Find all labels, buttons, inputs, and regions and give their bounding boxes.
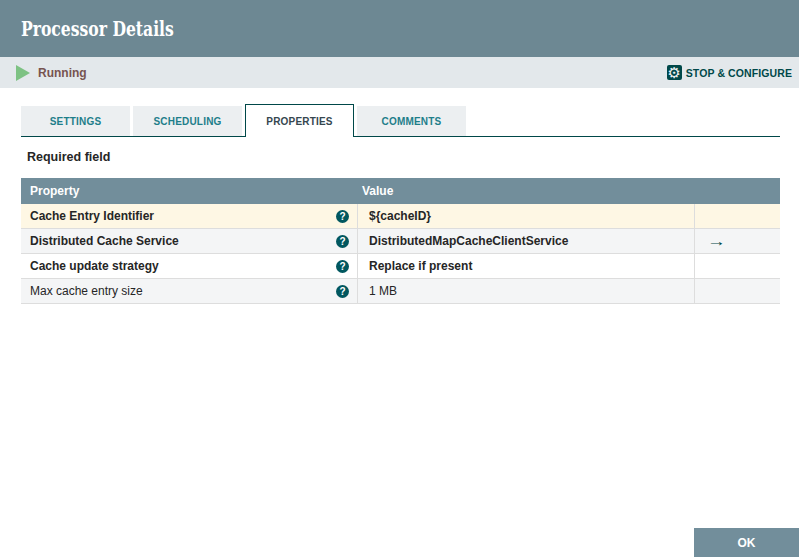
help-icon: ?	[336, 210, 349, 223]
property-name-cell: Distributed Cache Service ?	[21, 229, 358, 253]
tab-scheduling[interactable]: SCHEDULING	[133, 106, 242, 136]
property-value: DistributedMapCacheClientService	[369, 234, 568, 248]
table-header-row: Property Value	[21, 178, 780, 204]
dialog-content: SETTINGS SCHEDULING PROPERTIES COMMENTS …	[0, 88, 799, 304]
stop-configure-gear-icon: ⚙	[667, 65, 682, 80]
property-name: Cache update strategy	[30, 259, 159, 273]
table-row: Cache update strategy ? Replace if prese…	[21, 254, 780, 279]
property-name-cell: Cache Entry Identifier ?	[21, 204, 358, 228]
running-icon	[16, 65, 30, 81]
tab-comments[interactable]: COMMENTS	[357, 106, 466, 136]
ok-button[interactable]: OK	[694, 528, 799, 557]
run-status: Running	[16, 65, 87, 81]
table-row: Max cache entry size ? 1 MB	[21, 279, 780, 304]
property-name: Distributed Cache Service	[30, 234, 179, 248]
column-header-property: Property	[21, 184, 358, 198]
table-row: Cache Entry Identifier ? ${cacheID}	[21, 204, 780, 229]
help-icon: ?	[336, 260, 349, 273]
property-name: Cache Entry Identifier	[30, 209, 154, 223]
property-value-cell: ${cacheID}	[358, 204, 695, 228]
tab-properties[interactable]: PROPERTIES	[245, 104, 354, 137]
dialog-header: Processor Details	[0, 0, 799, 57]
properties-table: Property Value Cache Entry Identifier ? …	[21, 178, 780, 304]
property-value: ${cacheID}	[369, 209, 431, 223]
goto-cell	[695, 204, 780, 228]
tab-settings[interactable]: SETTINGS	[21, 106, 130, 136]
dialog-title: Processor Details	[21, 17, 174, 41]
goto-cell	[695, 279, 780, 303]
property-name-cell: Max cache entry size ?	[21, 279, 358, 303]
property-name-cell: Cache update strategy ?	[21, 254, 358, 278]
property-value-cell: Replace if present	[358, 254, 695, 278]
goto-cell: →	[695, 229, 780, 253]
property-value-cell: DistributedMapCacheClientService	[358, 229, 695, 253]
goto-cell	[695, 254, 780, 278]
stop-and-configure-button[interactable]: ⚙ STOP & CONFIGURE	[667, 65, 792, 80]
property-value: Replace if present	[369, 259, 472, 273]
help-icon: ?	[336, 285, 349, 298]
status-bar: Running ⚙ STOP & CONFIGURE	[0, 57, 799, 88]
property-name: Max cache entry size	[30, 284, 143, 298]
column-header-value: Value	[358, 184, 780, 198]
stop-configure-label: STOP & CONFIGURE	[686, 67, 792, 79]
required-field-note: Required field	[27, 150, 780, 164]
help-icon: ?	[336, 235, 349, 248]
property-value-cell: 1 MB	[358, 279, 695, 303]
table-row: Distributed Cache Service ? DistributedM…	[21, 229, 780, 254]
run-status-label: Running	[38, 66, 87, 80]
go-to-service-icon[interactable]: →	[707, 234, 726, 248]
tab-bar: SETTINGS SCHEDULING PROPERTIES COMMENTS	[21, 104, 780, 137]
property-value: 1 MB	[369, 284, 397, 298]
